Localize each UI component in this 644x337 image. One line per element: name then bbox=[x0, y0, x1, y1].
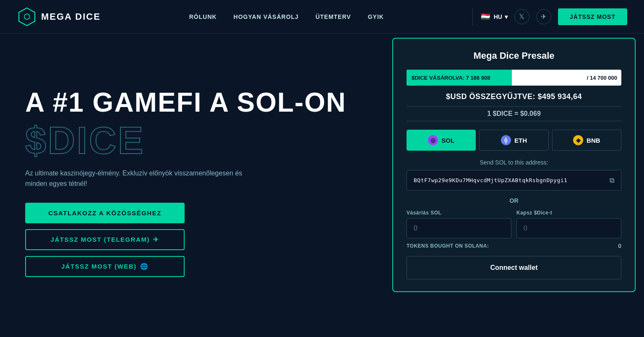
presale-widget: Mega Dice Presale $DICE VÁSÁROLVA: 7 186… bbox=[392, 38, 636, 292]
logo-text: MEGA DICE bbox=[41, 11, 101, 22]
presale-section: Mega Dice Presale $DICE VÁSÁROLVA: 7 186… bbox=[384, 34, 644, 337]
logo-icon: ⬡ bbox=[17, 7, 37, 27]
headline: A #1 GAMEFI A SOL-ON bbox=[25, 88, 359, 117]
progress-total: / 14 700 000 bbox=[587, 75, 617, 81]
play-now-button[interactable]: JÁTSSZ MOST bbox=[558, 8, 627, 25]
sol-input-group: Vásárlás SOL bbox=[407, 210, 511, 238]
progress-bar-container: $DICE VÁSÁROLVA: 7 186 908 / 14 700 000 bbox=[407, 70, 621, 86]
progress-label: $DICE VÁSÁROLVA: bbox=[412, 75, 464, 81]
dice-logo-text: $DICE bbox=[25, 122, 359, 159]
join-community-button[interactable]: CSATLAKOZZ A KÖZÖSSÉGHEZ bbox=[25, 203, 185, 223]
presale-title: Mega Dice Presale bbox=[407, 50, 621, 61]
sol-input[interactable] bbox=[407, 218, 511, 238]
play-web-button[interactable]: JÁTSSZ MOST (WEB) 🌐 bbox=[25, 256, 185, 277]
telegram-icon[interactable]: ✈ bbox=[536, 9, 551, 24]
price-line: 1 $DICE = $0.069 bbox=[407, 106, 621, 121]
eth-label: ETH bbox=[514, 137, 527, 144]
nav-roadmap[interactable]: ÜTEMTERV bbox=[315, 13, 351, 20]
copy-icon[interactable]: ⧉ bbox=[610, 176, 615, 184]
telegram-btn-icon: ✈ bbox=[153, 236, 159, 243]
progress-sold: 7 186 908 bbox=[466, 75, 490, 81]
dice-input-label: Kapsz $Dice-t bbox=[516, 210, 621, 216]
sol-button[interactable]: ◎ SOL bbox=[407, 130, 476, 151]
nav-how-to-buy[interactable]: HOGYAN VÁSÁROLJ bbox=[234, 13, 299, 20]
progress-bar-fill: $DICE VÁSÁROLVA: 7 186 908 bbox=[407, 70, 512, 86]
svg-text:⬡: ⬡ bbox=[23, 13, 30, 21]
dice-input[interactable] bbox=[516, 218, 621, 238]
nav-divider bbox=[472, 8, 473, 25]
currency-selector: ◎ SOL ⟠ ETH ◈ BNB bbox=[407, 130, 621, 151]
nav-about[interactable]: RÓLUNK bbox=[189, 13, 217, 20]
tokens-bought-label: TOKENS BOUGHT ON SOLANA: bbox=[407, 243, 489, 249]
address-box: BQtF7wp29e9KDu7MHqvcdMjtUpZXABtqkRsbgnDp… bbox=[407, 170, 621, 191]
tokens-bought-row: TOKENS BOUGHT ON SOLANA: 0 bbox=[407, 243, 621, 249]
sol-input-label: Vásárlás SOL bbox=[407, 210, 511, 216]
flag-icon: 🇭🇺 bbox=[480, 11, 491, 23]
input-row: Vásárlás SOL Kapsz $Dice-t bbox=[407, 210, 621, 238]
tokens-bought-value: 0 bbox=[618, 243, 621, 249]
eth-icon: ⟠ bbox=[501, 135, 511, 145]
eth-button[interactable]: ⟠ ETH bbox=[479, 130, 548, 151]
usd-raised: $USD ÖSSZEGYŰJTVE: $495 934,64 bbox=[407, 92, 621, 101]
header-right: 🇭🇺 HU ▾ 𝕏 ✈ JÁTSSZ MOST bbox=[472, 8, 627, 25]
bnb-button[interactable]: ◈ BNB bbox=[552, 130, 621, 151]
main-content: A #1 GAMEFI A SOL-ON $DICE Az ultimate k… bbox=[0, 34, 644, 337]
hero-subtitle: Az ultimate kaszinójegy-élmény. Exkluzív… bbox=[25, 168, 260, 189]
bnb-icon: ◈ bbox=[573, 135, 583, 145]
main-nav: RÓLUNK HOGYAN VÁSÁROLJ ÜTEMTERV GYIK bbox=[189, 13, 384, 20]
chevron-down-icon: ▾ bbox=[505, 13, 508, 20]
web-btn-icon: 🌐 bbox=[140, 263, 149, 270]
twitter-icon[interactable]: 𝕏 bbox=[514, 9, 529, 24]
sol-label: SOL bbox=[441, 137, 454, 144]
lang-code: HU bbox=[494, 13, 502, 20]
sol-icon: ◎ bbox=[428, 135, 438, 145]
sol-address: BQtF7wp29e9KDu7MHqvcdMjtUpZXABtqkRsbgnDp… bbox=[414, 177, 567, 183]
bnb-label: BNB bbox=[587, 137, 600, 144]
dice-input-group: Kapsz $Dice-t bbox=[516, 210, 621, 238]
send-label: Send SOL to this address: bbox=[407, 159, 621, 166]
hero-section: A #1 GAMEFI A SOL-ON $DICE Az ultimate k… bbox=[0, 34, 384, 337]
nav-faq[interactable]: GYIK bbox=[368, 13, 384, 20]
or-divider: OR bbox=[407, 197, 621, 204]
logo: ⬡ MEGA DICE bbox=[17, 7, 101, 27]
connect-wallet-button[interactable]: Connect wallet bbox=[407, 256, 621, 280]
play-telegram-button[interactable]: JÁTSSZ MOST (TELEGRAM) ✈ bbox=[25, 229, 185, 250]
language-selector[interactable]: 🇭🇺 HU ▾ bbox=[480, 11, 508, 23]
